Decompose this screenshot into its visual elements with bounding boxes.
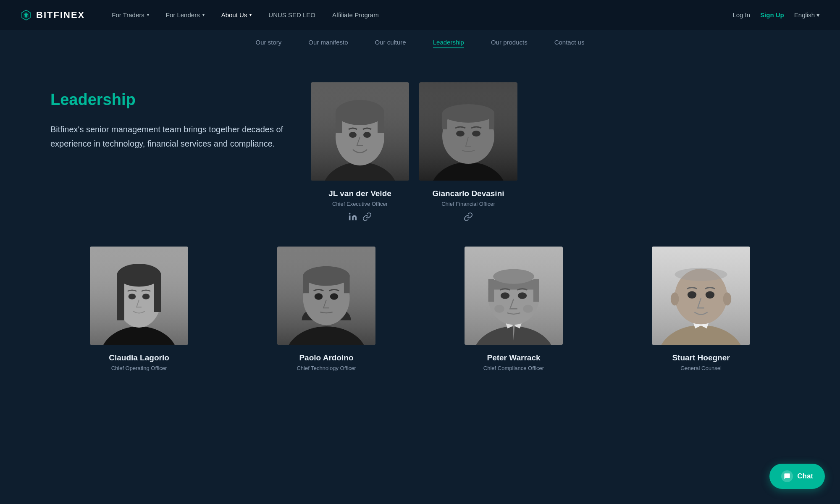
svg-point-62 <box>706 291 714 299</box>
leadership-description: Bitfinex's senior management team brings… <box>50 122 286 151</box>
nav-right: Log In Sign Up English ▾ <box>732 11 820 19</box>
person-photo-giancarlo <box>419 82 517 181</box>
person-name-paolo: Paolo Ardoino <box>299 353 353 362</box>
svg-point-51 <box>494 304 504 313</box>
svg-point-60 <box>723 292 732 305</box>
person-links-giancarlo <box>464 212 473 221</box>
svg-point-40 <box>330 293 339 300</box>
subnav-leadership[interactable]: Leadership <box>433 39 464 48</box>
svg-rect-37 <box>303 275 309 293</box>
svg-rect-38 <box>344 275 350 293</box>
svg-point-5 <box>336 100 384 125</box>
person-title-claudia: Chief Operating Officer <box>111 365 167 371</box>
svg-point-50 <box>518 292 527 299</box>
person-photo-peter <box>465 247 563 345</box>
language-selector[interactable]: English ▾ <box>794 11 820 19</box>
svg-rect-6 <box>336 112 342 133</box>
svg-point-58 <box>675 268 727 281</box>
svg-point-49 <box>501 292 509 299</box>
svg-rect-17 <box>442 113 447 129</box>
subnav-our-culture[interactable]: Our culture <box>375 39 406 48</box>
linkedin-icon[interactable] <box>348 212 357 221</box>
person-name-jl: JL van der Velde <box>328 189 391 198</box>
svg-rect-7 <box>378 112 384 133</box>
top-navigation: BITFINEX For Traders ▾ For Lenders ▾ Abo… <box>0 0 840 30</box>
person-photo-jl <box>311 82 409 181</box>
person-image-stuart <box>652 247 750 345</box>
person-name-giancarlo: Giancarlo Devasini <box>432 189 504 198</box>
svg-point-19 <box>456 131 465 136</box>
person-image-claudia <box>90 247 188 345</box>
svg-rect-27 <box>117 275 124 320</box>
left-section: Leadership Bitfinex's senior management … <box>50 82 286 151</box>
sub-navigation: Our story Our manifesto Our culture Lead… <box>0 30 840 57</box>
person-card-paolo: Paolo Ardoino Chief Technology Officer <box>238 247 415 376</box>
svg-rect-47 <box>488 279 494 302</box>
svg-rect-18 <box>489 113 494 129</box>
svg-point-10 <box>349 213 351 215</box>
login-link[interactable]: Log In <box>732 11 750 18</box>
person-card-jl: JL van der Velde Chief Executive Officer <box>311 82 409 221</box>
person-image-peter <box>465 247 563 345</box>
top-leaders-row: JL van der Velde Chief Executive Officer <box>311 82 790 221</box>
nav-for-lenders[interactable]: For Lenders ▾ <box>159 8 211 22</box>
chevron-down-icon: ▾ <box>816 11 820 19</box>
svg-point-36 <box>303 266 349 286</box>
person-title-giancarlo: Chief Financial Officer <box>441 201 495 207</box>
svg-point-8 <box>349 132 357 138</box>
chevron-down-icon: ▾ <box>147 13 149 17</box>
person-links-jl <box>348 212 372 221</box>
person-card-giancarlo: Giancarlo Devasini Chief Financial Offic… <box>419 82 517 221</box>
svg-point-61 <box>688 291 696 299</box>
person-name-stuart: Stuart Hoegner <box>672 353 730 362</box>
chevron-down-icon: ▾ <box>249 13 252 17</box>
link-icon[interactable] <box>362 212 372 221</box>
person-card-peter: Peter Warrack Chief Compliance Officer <box>425 247 602 376</box>
person-image-jl <box>311 82 409 181</box>
logo[interactable]: BITFINEX <box>20 9 85 21</box>
svg-point-59 <box>671 292 679 305</box>
svg-point-39 <box>315 293 323 300</box>
svg-point-46 <box>493 269 534 284</box>
subnav-our-manifesto[interactable]: Our manifesto <box>308 39 348 48</box>
person-image-paolo <box>277 247 375 345</box>
nav-affiliate-program[interactable]: Affiliate Program <box>326 8 386 22</box>
chat-label: Chat <box>797 472 813 480</box>
person-title-peter: Chief Compliance Officer <box>483 365 544 371</box>
nav-unus-sed-leo[interactable]: UNUS SED LEO <box>262 8 322 22</box>
person-title-jl: Chief Executive Officer <box>332 201 388 207</box>
person-name-peter: Peter Warrack <box>487 353 540 362</box>
nav-for-traders[interactable]: For Traders ▾ <box>105 8 156 22</box>
main-content: Leadership Bitfinex's senior management … <box>0 57 840 247</box>
svg-rect-48 <box>533 279 539 302</box>
svg-point-29 <box>129 294 136 299</box>
link-icon[interactable] <box>464 212 473 221</box>
svg-point-20 <box>472 131 480 136</box>
person-photo-stuart <box>652 247 750 345</box>
subnav-our-story[interactable]: Our story <box>256 39 282 48</box>
svg-rect-28 <box>154 275 161 312</box>
chevron-down-icon: ▾ <box>202 13 205 17</box>
nav-links: For Traders ▾ For Lenders ▾ About Us ▾ U… <box>105 8 732 22</box>
person-name-claudia: Claudia Lagorio <box>109 353 169 362</box>
svg-point-16 <box>442 104 494 123</box>
subnav-contact-us[interactable]: Contact us <box>554 39 585 48</box>
svg-point-30 <box>142 294 150 299</box>
person-card-claudia: Claudia Lagorio Chief Operating Officer <box>50 247 228 376</box>
person-title-stuart: General Counsel <box>680 365 722 371</box>
chat-button[interactable]: Chat <box>769 464 825 489</box>
person-card-stuart: Stuart Hoegner General Counsel <box>612 247 790 376</box>
person-image-giancarlo <box>419 82 517 181</box>
bottom-leaders-grid: Claudia Lagorio Chief Operating Officer <box>0 247 840 402</box>
chat-icon <box>781 470 793 482</box>
nav-about-us[interactable]: About Us ▾ <box>215 8 259 22</box>
person-title-paolo: Chief Technology Officer <box>297 365 356 371</box>
subnav-our-products[interactable]: Our products <box>491 39 528 48</box>
svg-point-9 <box>363 132 371 138</box>
leadership-title: Leadership <box>50 91 286 109</box>
person-photo-claudia <box>90 247 188 345</box>
chat-bubble-icon <box>784 473 790 480</box>
person-photo-paolo <box>277 247 375 345</box>
svg-point-52 <box>523 304 533 313</box>
signup-link[interactable]: Sign Up <box>760 11 784 18</box>
